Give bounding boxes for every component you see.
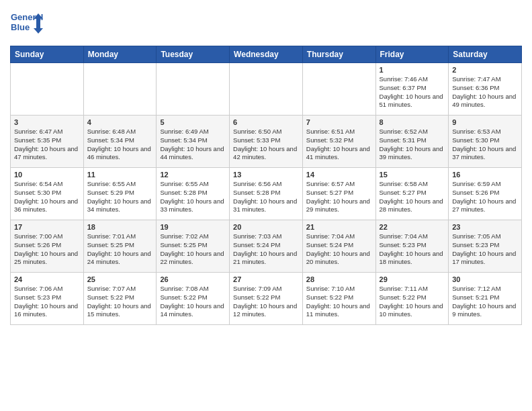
day-info: Sunrise: 7:08 AM Sunset: 5:22 PM Dayligh… [160,285,226,319]
calendar-cell: 16Sunrise: 6:59 AM Sunset: 5:26 PM Dayli… [449,168,522,220]
day-info: Sunrise: 6:48 AM Sunset: 5:34 PM Dayligh… [87,128,153,162]
logo: General Blue [10,7,44,40]
day-number: 2 [452,66,518,74]
day-number: 26 [160,275,226,283]
day-info: Sunrise: 6:49 AM Sunset: 5:34 PM Dayligh… [160,128,226,162]
day-info: Sunrise: 7:02 AM Sunset: 5:25 PM Dayligh… [160,232,226,267]
day-number: 29 [380,275,445,283]
day-info: Sunrise: 7:03 AM Sunset: 5:24 PM Dayligh… [233,232,299,267]
day-number: 6 [233,118,299,126]
day-info: Sunrise: 7:12 AM Sunset: 5:21 PM Dayligh… [452,285,518,319]
calendar-cell: 26Sunrise: 7:08 AM Sunset: 5:22 PM Dayli… [157,273,230,325]
calendar-cell [11,63,84,116]
day-info: Sunrise: 7:07 AM Sunset: 5:22 PM Dayligh… [87,285,153,319]
day-info: Sunrise: 6:50 AM Sunset: 5:33 PM Dayligh… [233,128,299,162]
day-info: Sunrise: 6:47 AM Sunset: 5:35 PM Dayligh… [14,128,80,162]
calendar-header-row: SundayMondayTuesdayWednesdayThursdayFrid… [11,46,522,63]
day-number: 28 [306,275,372,283]
calendar-cell: 13Sunrise: 6:56 AM Sunset: 5:28 PM Dayli… [230,168,303,220]
calendar-cell [230,63,303,116]
day-number: 8 [380,118,445,126]
day-number: 19 [160,223,226,231]
calendar-week-3: 10Sunrise: 6:54 AM Sunset: 5:30 PM Dayli… [11,168,522,220]
day-info: Sunrise: 6:51 AM Sunset: 5:32 PM Dayligh… [306,128,372,162]
calendar-cell: 23Sunrise: 7:05 AM Sunset: 5:23 PM Dayli… [449,220,522,273]
day-info: Sunrise: 6:56 AM Sunset: 5:28 PM Dayligh… [233,180,299,214]
calendar-cell: 20Sunrise: 7:03 AM Sunset: 5:24 PM Dayli… [230,220,303,273]
calendar-week-5: 24Sunrise: 7:06 AM Sunset: 5:23 PM Dayli… [11,273,522,325]
calendar-cell: 28Sunrise: 7:10 AM Sunset: 5:22 PM Dayli… [302,273,375,325]
day-info: Sunrise: 6:54 AM Sunset: 5:30 PM Dayligh… [14,180,80,214]
col-header-tuesday: Tuesday [157,46,230,63]
header: General Blue [10,7,522,40]
day-info: Sunrise: 7:09 AM Sunset: 5:22 PM Dayligh… [233,285,299,319]
calendar-cell: 10Sunrise: 6:54 AM Sunset: 5:30 PM Dayli… [11,168,84,220]
day-info: Sunrise: 7:10 AM Sunset: 5:22 PM Dayligh… [306,285,372,319]
day-number: 16 [452,171,518,179]
day-info: Sunrise: 7:06 AM Sunset: 5:23 PM Dayligh… [14,285,80,319]
calendar-cell: 15Sunrise: 6:58 AM Sunset: 5:27 PM Dayli… [375,168,449,220]
day-number: 5 [160,118,226,126]
day-number: 18 [87,223,153,231]
day-number: 15 [380,171,445,179]
day-info: Sunrise: 7:04 AM Sunset: 5:24 PM Dayligh… [306,232,372,267]
col-header-wednesday: Wednesday [230,46,303,63]
svg-text:Blue: Blue [11,22,30,32]
day-number: 14 [306,171,372,179]
calendar-cell [83,63,157,116]
calendar-cell: 5Sunrise: 6:49 AM Sunset: 5:34 PM Daylig… [157,116,230,168]
calendar-cell: 4Sunrise: 6:48 AM Sunset: 5:34 PM Daylig… [83,116,157,168]
day-number: 12 [160,171,226,179]
day-number: 9 [452,118,518,126]
calendar: SundayMondayTuesdayWednesdayThursdayFrid… [10,46,522,325]
day-info: Sunrise: 7:00 AM Sunset: 5:26 PM Dayligh… [14,232,80,267]
calendar-cell: 27Sunrise: 7:09 AM Sunset: 5:22 PM Dayli… [230,273,303,325]
day-info: Sunrise: 7:47 AM Sunset: 6:36 PM Dayligh… [452,75,518,109]
calendar-cell [157,63,230,116]
day-number: 30 [452,275,518,283]
day-info: Sunrise: 7:04 AM Sunset: 5:23 PM Dayligh… [380,232,445,267]
day-info: Sunrise: 6:52 AM Sunset: 5:31 PM Dayligh… [380,128,445,162]
calendar-cell: 18Sunrise: 7:01 AM Sunset: 5:25 PM Dayli… [83,220,157,273]
calendar-cell: 21Sunrise: 7:04 AM Sunset: 5:24 PM Dayli… [302,220,375,273]
day-info: Sunrise: 7:01 AM Sunset: 5:25 PM Dayligh… [87,232,153,267]
day-number: 3 [14,118,80,126]
calendar-week-1: 1Sunrise: 7:46 AM Sunset: 6:37 PM Daylig… [11,63,522,116]
calendar-cell: 12Sunrise: 6:55 AM Sunset: 5:28 PM Dayli… [157,168,230,220]
day-number: 23 [452,223,518,231]
calendar-cell: 24Sunrise: 7:06 AM Sunset: 5:23 PM Dayli… [11,273,84,325]
page: General Blue SundayMondayTuesdayWednesda… [0,0,532,411]
day-number: 24 [14,275,80,283]
day-number: 4 [87,118,153,126]
day-number: 7 [306,118,372,126]
calendar-cell: 9Sunrise: 6:53 AM Sunset: 5:30 PM Daylig… [449,116,522,168]
col-header-sunday: Sunday [11,46,84,63]
calendar-cell: 19Sunrise: 7:02 AM Sunset: 5:25 PM Dayli… [157,220,230,273]
calendar-week-4: 17Sunrise: 7:00 AM Sunset: 5:26 PM Dayli… [11,220,522,273]
day-number: 27 [233,275,299,283]
calendar-cell: 25Sunrise: 7:07 AM Sunset: 5:22 PM Dayli… [83,273,157,325]
calendar-week-2: 3Sunrise: 6:47 AM Sunset: 5:35 PM Daylig… [11,116,522,168]
calendar-cell: 2Sunrise: 7:47 AM Sunset: 6:36 PM Daylig… [449,63,522,116]
calendar-cell: 17Sunrise: 7:00 AM Sunset: 5:26 PM Dayli… [11,220,84,273]
calendar-cell: 29Sunrise: 7:11 AM Sunset: 5:22 PM Dayli… [375,273,449,325]
calendar-cell: 7Sunrise: 6:51 AM Sunset: 5:32 PM Daylig… [302,116,375,168]
calendar-cell: 22Sunrise: 7:04 AM Sunset: 5:23 PM Dayli… [375,220,449,273]
day-number: 10 [14,171,80,179]
calendar-cell: 11Sunrise: 6:55 AM Sunset: 5:29 PM Dayli… [83,168,157,220]
day-info: Sunrise: 7:46 AM Sunset: 6:37 PM Dayligh… [380,75,445,109]
col-header-saturday: Saturday [449,46,522,63]
day-info: Sunrise: 6:57 AM Sunset: 5:27 PM Dayligh… [306,180,372,214]
calendar-cell: 30Sunrise: 7:12 AM Sunset: 5:21 PM Dayli… [449,273,522,325]
day-number: 1 [380,66,445,74]
calendar-cell: 1Sunrise: 7:46 AM Sunset: 6:37 PM Daylig… [375,63,449,116]
calendar-cell: 3Sunrise: 6:47 AM Sunset: 5:35 PM Daylig… [11,116,84,168]
day-number: 17 [14,223,80,231]
day-info: Sunrise: 6:59 AM Sunset: 5:26 PM Dayligh… [452,180,518,214]
calendar-cell: 14Sunrise: 6:57 AM Sunset: 5:27 PM Dayli… [302,168,375,220]
day-info: Sunrise: 6:53 AM Sunset: 5:30 PM Dayligh… [452,128,518,162]
day-number: 25 [87,275,153,283]
day-info: Sunrise: 6:55 AM Sunset: 5:28 PM Dayligh… [160,180,226,214]
day-number: 11 [87,171,153,179]
day-number: 22 [380,223,445,231]
